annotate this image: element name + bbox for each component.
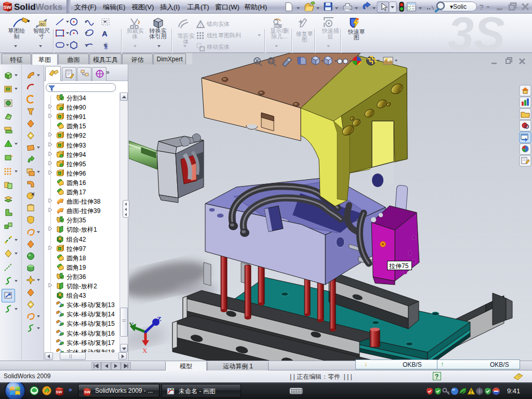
svg-text:!: ! xyxy=(470,389,472,395)
svg-text:SW: SW xyxy=(56,390,63,394)
svg-text:Z: Z xyxy=(157,315,162,323)
svg-text:X: X xyxy=(142,347,148,354)
svg-text:60: 60 xyxy=(41,22,45,26)
svg-text:SW: SW xyxy=(84,390,91,394)
svg-text:SW: SW xyxy=(3,4,11,10)
svg-text:»: » xyxy=(69,386,72,393)
svg-text:?: ? xyxy=(435,373,438,380)
svg-text:SolidWorks: SolidWorks xyxy=(14,2,62,12)
svg-text:Y: Y xyxy=(129,321,134,328)
